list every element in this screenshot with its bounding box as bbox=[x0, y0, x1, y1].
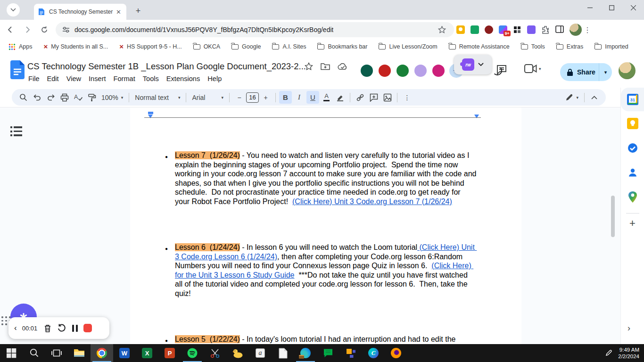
back-button[interactable] bbox=[4, 23, 17, 36]
document-title[interactable]: CS Technology Semester 1B _Lesson Plan G… bbox=[27, 61, 306, 72]
forward-button[interactable] bbox=[21, 23, 34, 36]
taskbar-task-view[interactable] bbox=[45, 344, 68, 362]
taskbar-cyberduck[interactable] bbox=[226, 344, 249, 362]
add-comment-button[interactable] bbox=[367, 91, 380, 104]
chevron-down-icon[interactable] bbox=[478, 63, 484, 66]
hide-menus-button[interactable] bbox=[588, 91, 601, 104]
bold-button[interactable]: B bbox=[279, 91, 292, 104]
undo-button[interactable] bbox=[31, 91, 43, 104]
highlight-color-button[interactable] bbox=[334, 91, 347, 104]
side-panel-tasks[interactable] bbox=[621, 136, 644, 160]
extension-icon-purple[interactable] bbox=[527, 25, 536, 34]
extensions-menu-icon[interactable] bbox=[541, 25, 550, 34]
extension-icon-green[interactable] bbox=[471, 25, 479, 34]
bookmark-live-lesson-zoom[interactable]: Live Lesson/Zoom bbox=[375, 42, 441, 51]
bookmark-google[interactable]: Google bbox=[228, 42, 264, 51]
font-select[interactable]: Arial▾ bbox=[189, 94, 226, 101]
recorder-restart-icon[interactable] bbox=[57, 323, 66, 333]
browser-tab[interactable]: CS Technology Semester 1B _Le ✕ bbox=[34, 4, 126, 20]
side-panel-toggle-icon[interactable] bbox=[555, 25, 564, 34]
redo-button[interactable] bbox=[44, 91, 57, 104]
menu-extensions[interactable]: Extensions bbox=[163, 74, 204, 84]
reload-button[interactable] bbox=[38, 23, 51, 36]
insert-link-button[interactable] bbox=[354, 91, 366, 104]
bookmark-extras[interactable]: Extras bbox=[553, 42, 587, 51]
extension-icon-multicolor[interactable]: 9+ bbox=[499, 25, 507, 34]
first-line-indent-marker[interactable] bbox=[148, 112, 153, 114]
underline-button[interactable]: U bbox=[306, 91, 319, 104]
tab-close-icon[interactable]: ✕ bbox=[116, 8, 121, 16]
new-tab-button[interactable]: + bbox=[132, 5, 144, 17]
taskbar-google-chat[interactable] bbox=[317, 344, 339, 362]
document-canvas[interactable]: Lesson 7 (1/26/24) - You need to watch a… bbox=[0, 107, 620, 344]
recorder-delete-icon[interactable] bbox=[43, 324, 52, 333]
doc-content[interactable]: Lesson 7 (1/26/24) - You need to watch a… bbox=[165, 151, 477, 344]
taskbar-spotify[interactable] bbox=[181, 344, 204, 362]
bookmark-my-students-in-all-s[interactable]: ×My Students in all S... bbox=[40, 42, 112, 51]
taskbar-notes-app[interactable]: a bbox=[249, 344, 272, 362]
side-panel-calendar[interactable]: 31 bbox=[621, 88, 644, 111]
collaborator-avatar[interactable] bbox=[431, 64, 446, 78]
menu-insert[interactable]: Insert bbox=[85, 74, 110, 84]
menu-format[interactable]: Format bbox=[110, 74, 139, 84]
share-button[interactable]: Share bbox=[560, 63, 603, 81]
taskbar-snipping-tool[interactable] bbox=[204, 344, 226, 362]
more-toolbar-options[interactable]: ⋮ bbox=[401, 91, 413, 104]
browser-profile-avatar[interactable] bbox=[570, 24, 582, 36]
taskbar-canva[interactable]: C bbox=[362, 344, 385, 362]
recorder-stop-button[interactable] bbox=[83, 324, 92, 332]
bookmark-bookmarks-bar[interactable]: Bookmarks bar bbox=[314, 42, 371, 51]
insert-image-button[interactable] bbox=[381, 91, 394, 104]
cloud-saved-icon[interactable] bbox=[338, 63, 348, 70]
menu-file[interactable]: File bbox=[25, 74, 43, 84]
recorder-pause-icon[interactable] bbox=[72, 324, 78, 332]
bookmark-hs-support-9-5-h[interactable]: ×HS Support 9-5 - H... bbox=[116, 42, 185, 51]
browser-menu-icon[interactable]: ⋮ bbox=[582, 25, 596, 34]
doc-hyperlink[interactable]: (Click Here) Unit 3 Code.org Lesson 7 (1… bbox=[292, 197, 452, 206]
bulleted-list-format-icon[interactable] bbox=[10, 126, 22, 139]
side-panel-keep[interactable] bbox=[621, 111, 644, 136]
site-settings-icon[interactable] bbox=[62, 26, 70, 33]
meet-call-button[interactable]: ▾ bbox=[524, 64, 541, 73]
paint-format-button[interactable] bbox=[85, 91, 98, 104]
hide-side-panel-button[interactable]: › bbox=[627, 323, 630, 333]
side-panel-maps[interactable] bbox=[621, 185, 644, 209]
share-dropdown[interactable]: ▾ bbox=[599, 63, 612, 81]
menu-view[interactable]: View bbox=[63, 74, 85, 84]
taskbar-word[interactable]: W bbox=[113, 344, 136, 362]
extension-icon-grid[interactable] bbox=[513, 25, 521, 34]
star-document-icon[interactable] bbox=[305, 62, 313, 71]
spell-check-button[interactable]: A bbox=[72, 91, 84, 104]
taskbar-powerpoint[interactable]: P bbox=[158, 344, 181, 362]
taskbar-libreoffice[interactable] bbox=[272, 344, 294, 362]
bookmark-tools[interactable]: Tools bbox=[517, 42, 549, 51]
get-add-ons-button[interactable]: + bbox=[621, 217, 644, 230]
bookmark-apps[interactable]: Apps bbox=[5, 42, 36, 52]
scrollbar-thumb[interactable] bbox=[611, 196, 615, 237]
font-size-input[interactable]: 16 bbox=[246, 92, 259, 103]
extension-icon-red-circle[interactable] bbox=[485, 25, 493, 34]
tab-search-button[interactable] bbox=[7, 3, 20, 16]
side-panel-contacts[interactable] bbox=[621, 160, 644, 185]
move-to-folder-icon[interactable] bbox=[321, 63, 330, 70]
minimize-button[interactable] bbox=[579, 0, 601, 15]
bookmark-imported[interactable]: Imported bbox=[591, 42, 632, 51]
bookmark-okca[interactable]: OKCA bbox=[190, 42, 224, 51]
taskbar-clock[interactable]: 9:49 AM 2/2/2024 bbox=[618, 346, 639, 360]
bookmark-a-i-sites[interactable]: A.I. Sites bbox=[268, 42, 310, 51]
close-window-button[interactable] bbox=[622, 0, 644, 15]
bookmark-star-icon[interactable] bbox=[438, 26, 446, 34]
zoom-select[interactable]: 100%▾ bbox=[99, 94, 126, 101]
taskbar-firefox[interactable] bbox=[385, 344, 407, 362]
readwrite-extension-icon[interactable]: rw bbox=[462, 58, 474, 71]
collaborator-avatar[interactable] bbox=[396, 64, 410, 78]
text-color-button[interactable]: A bbox=[320, 91, 333, 104]
account-avatar[interactable] bbox=[619, 62, 636, 79]
menu-tools[interactable]: Tools bbox=[139, 74, 163, 84]
url-bar[interactable]: docs.google.com/document/d/1VxnusJ56PQV8… bbox=[56, 22, 454, 37]
bookmark-remote-assistance[interactable]: Remote Assistance bbox=[445, 42, 513, 51]
menu-help[interactable]: Help bbox=[204, 74, 225, 84]
pen-tray-icon[interactable] bbox=[605, 349, 612, 357]
taskbar-chrome[interactable] bbox=[91, 344, 113, 362]
taskbar-edge[interactable] bbox=[294, 344, 317, 362]
